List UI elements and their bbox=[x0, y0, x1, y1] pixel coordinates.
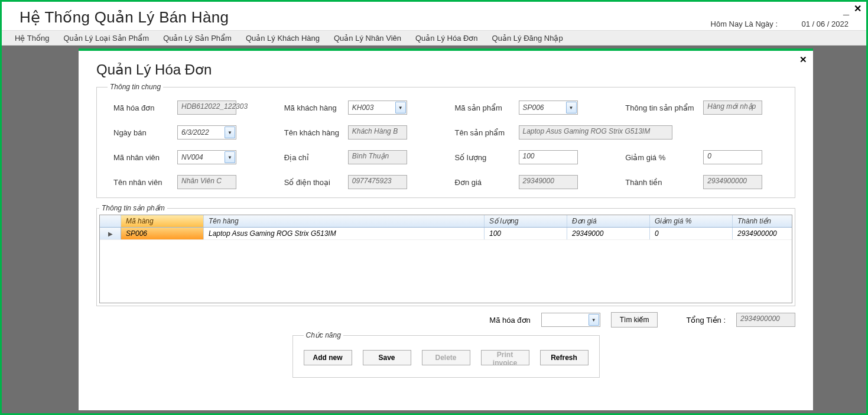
input-dia-chi: Bình Thuận bbox=[348, 150, 407, 164]
function-group: Chức năng Add new Save Delete Print invo… bbox=[292, 331, 600, 378]
input-giam-gia[interactable]: 0 bbox=[703, 150, 762, 164]
chevron-down-icon[interactable]: ▼ bbox=[395, 102, 406, 114]
label-ten-nhan-vien: Tên nhân viên bbox=[113, 178, 170, 187]
label-ma-nhan-vien: Mã nhân viên bbox=[113, 153, 170, 162]
menu-he-thong[interactable]: Hệ Thống bbox=[8, 31, 56, 45]
label-ma-san-pham: Mã sản phẩm bbox=[455, 103, 512, 112]
label-ten-khach-hang: Tên khách hàng bbox=[284, 128, 341, 137]
label-don-gia: Đơn giá bbox=[455, 178, 512, 187]
chevron-down-icon[interactable]: ▼ bbox=[589, 314, 599, 326]
minimize-icon[interactable]: _ bbox=[843, 3, 849, 14]
search-button[interactable]: Tìm kiếm bbox=[611, 312, 658, 328]
general-group: Thông tin chung Mã hóa đơn HDB612022_122… bbox=[96, 83, 795, 198]
col-ten-hang[interactable]: Tên hàng bbox=[204, 215, 485, 227]
menu-loai-san-pham[interactable]: Quản Lý Loại Sản Phẩm bbox=[56, 31, 156, 45]
general-legend: Thông tin chung bbox=[108, 83, 163, 91]
search-combo[interactable]: ▼ bbox=[541, 313, 600, 327]
label-ten-san-pham: Tên sản phẩm bbox=[455, 128, 512, 137]
total-label: Tổng Tiền : bbox=[686, 316, 726, 325]
chevron-down-icon[interactable]: ▼ bbox=[225, 151, 235, 163]
menu-hoa-don[interactable]: Quản Lý Hóa Đơn bbox=[408, 31, 485, 45]
chevron-down-icon[interactable]: ▼ bbox=[566, 102, 577, 114]
page-title: Quản Lý Hóa Đơn bbox=[96, 61, 795, 78]
row-indicator-icon: ▶ bbox=[100, 228, 121, 239]
col-giam-gia[interactable]: Giảm giá % bbox=[650, 215, 733, 227]
titlebar: Hệ Thống Quản Lý Bán Hàng Hôm Nay Là Ngà… bbox=[2, 2, 866, 30]
menu-khach-hang[interactable]: Quản Lý Khách Hàng bbox=[239, 31, 327, 45]
input-so-dien-thoai: 0977475923 bbox=[348, 175, 407, 189]
combo-ma-khach-hang[interactable]: KH003 ▼ bbox=[348, 100, 407, 115]
product-table[interactable]: Mã hàng Tên hàng Số lượng Đơn giá Giảm g… bbox=[99, 215, 792, 303]
label-thong-tin-sp: Thông tin sản phẩm bbox=[625, 103, 696, 112]
table-header: Mã hàng Tên hàng Số lượng Đơn giá Giảm g… bbox=[100, 215, 792, 228]
cell-tt[interactable]: 2934900000 bbox=[733, 228, 792, 239]
menubar: Hệ Thống Quản Lý Loại Sản Phẩm Quản Lý S… bbox=[2, 30, 866, 46]
input-ten-khach-hang: Khách Hàng B bbox=[348, 125, 407, 140]
table-row[interactable]: ▶ SP006 Laptop Asus Gaming ROG Strix G51… bbox=[100, 228, 792, 240]
close-icon[interactable]: ✕ bbox=[854, 3, 862, 14]
col-so-luong[interactable]: Số lượng bbox=[485, 215, 567, 227]
input-ma-hoa-don: HDB612022_122303 bbox=[177, 100, 236, 115]
label-ma-hoa-don: Mã hóa đơn bbox=[113, 103, 170, 112]
today-date: 01 / 06 / 2022 bbox=[801, 20, 849, 28]
product-group: Thông tin sản phẩm Mã hàng Tên hàng Số l… bbox=[96, 204, 795, 306]
cell-sl[interactable]: 100 bbox=[485, 228, 567, 239]
today-label: Hôm Nay Là Ngày : bbox=[711, 20, 778, 28]
delete-button: Delete bbox=[422, 350, 470, 365]
menu-nhan-vien[interactable]: Quản Lý Nhân Viên bbox=[327, 31, 408, 45]
chevron-down-icon[interactable]: ▼ bbox=[225, 127, 235, 138]
cell-gg[interactable]: 0 bbox=[650, 228, 733, 239]
app-title: Hệ Thống Quản Lý Bán Hàng bbox=[19, 8, 229, 27]
main-window: Hệ Thống Quản Lý Bán Hàng Hôm Nay Là Ngà… bbox=[0, 0, 868, 415]
label-so-luong: Số lượng bbox=[455, 153, 512, 162]
label-so-dien-thoai: Số điện thoại bbox=[284, 178, 341, 187]
input-so-luong[interactable]: 100 bbox=[519, 150, 578, 164]
combo-ma-san-pham[interactable]: SP006 ▼ bbox=[519, 100, 578, 115]
date-ngay-ban[interactable]: 6/3/2022 ▼ bbox=[177, 125, 236, 140]
print-button: Print invoice bbox=[481, 350, 529, 365]
invoice-window: ✕ Quản Lý Hóa Đơn Thông tin chung Mã hóa… bbox=[79, 48, 813, 410]
workspace: ✕ Quản Lý Hóa Đơn Thông tin chung Mã hóa… bbox=[2, 46, 866, 413]
label-dia-chi: Địa chỉ bbox=[284, 153, 341, 162]
inner-close-icon[interactable]: ✕ bbox=[799, 54, 807, 65]
cell-dg[interactable]: 29349000 bbox=[567, 228, 650, 239]
input-thong-tin-sp: Hàng mới nhập bbox=[703, 100, 762, 115]
add-button[interactable]: Add new bbox=[304, 350, 352, 365]
save-button[interactable]: Save bbox=[363, 350, 411, 365]
col-ma-hang[interactable]: Mã hàng bbox=[121, 215, 204, 227]
menu-san-pham[interactable]: Quản Lý Sản Phẩm bbox=[156, 31, 239, 45]
combo-ma-nhan-vien[interactable]: NV004 ▼ bbox=[177, 150, 236, 164]
input-ten-san-pham: Laptop Asus Gaming ROG Strix G513IM bbox=[519, 125, 672, 140]
col-thanh-tien[interactable]: Thành tiền bbox=[733, 215, 792, 227]
label-giam-gia: Giảm giá % bbox=[625, 153, 696, 162]
function-legend: Chức năng bbox=[304, 331, 343, 339]
label-thanh-tien: Thành tiền bbox=[625, 178, 696, 187]
total-value: 2934900000 bbox=[736, 313, 795, 327]
product-legend: Thông tin sản phẩm bbox=[99, 204, 167, 212]
input-don-gia: 29349000 bbox=[519, 175, 578, 189]
menu-dang-nhap[interactable]: Quản Lý Đăng Nhập bbox=[485, 31, 570, 45]
cell-ma[interactable]: SP006 bbox=[121, 228, 204, 239]
search-label: Mã hóa đơn bbox=[489, 316, 530, 325]
input-thanh-tien: 2934900000 bbox=[703, 175, 762, 189]
input-ten-nhan-vien: Nhân Viên C bbox=[177, 175, 236, 189]
refresh-button[interactable]: Refresh bbox=[540, 350, 589, 365]
cell-ten[interactable]: Laptop Asus Gaming ROG Strix G513IM bbox=[204, 228, 485, 239]
label-ma-khach-hang: Mã khách hàng bbox=[284, 103, 341, 112]
col-don-gia[interactable]: Đơn giá bbox=[567, 215, 650, 227]
label-ngay-ban: Ngày bán bbox=[113, 128, 170, 137]
